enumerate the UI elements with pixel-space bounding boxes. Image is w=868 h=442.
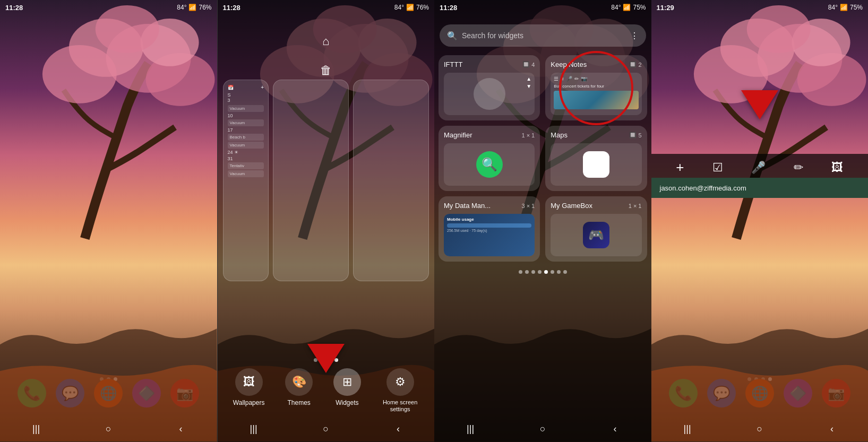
magnifier-size: 1 × 1 [521,132,535,138]
widgets-search-input[interactable] [462,31,626,40]
cal-day-3: 3 [228,98,264,103]
temp-4: 84° [828,4,838,11]
nav-home-4[interactable]: ○ [752,421,767,436]
calendar-widget: 📅 + S 3 Vacuum 10 Vacuum 17 Beach b Vacu… [224,80,269,181]
nav-back-4[interactable]: ‹ [824,421,839,436]
keep-note-image [554,91,638,109]
ifttt-preview: ▲ ▼ [444,73,535,115]
keep-count-num: 2 [638,62,641,68]
nav-recents-1[interactable]: ||| [29,421,44,436]
toolbar-check[interactable]: ☑ [712,161,723,175]
empty-card-1[interactable] [273,80,349,281]
cal-month-date: S [228,92,264,98]
menu-widgets[interactable]: ⊞ Widgets [333,368,361,406]
keep-notes-count: 🔲 2 [629,61,641,68]
nav-bar-3: ||| ○ ‹ [434,415,651,442]
dock-messages[interactable]: 💬 [56,379,84,408]
red-arrow-4 [741,90,778,119]
widget-magnifier[interactable]: Magnifier 1 × 1 🔍 [439,126,540,191]
menu-themes[interactable]: 🎨 Themes [285,368,313,406]
keep-icon-cam: 📷 [581,76,587,82]
toolbar-image[interactable]: 🖼 [831,161,843,175]
dock-slack[interactable]: 🔷 [132,379,161,408]
panel-home: 11:28 84° 📶 76% 📞 💬 🌐 🔷 📷 ||| ○ ‹ [0,0,218,442]
widgets-panel: 🔍 ⋮ IFTTT 🔲 4 ▲ ▼ [434,20,651,415]
gamebox-preview: 🎮 [551,214,641,256]
email-bar-4: jason.cohen@ziffmedia.com [651,178,869,198]
dock-camera[interactable]: 📷 [170,379,199,408]
svg-point-0 [106,24,191,93]
ifttt-count-num: 4 [531,62,535,68]
widget-gamebox[interactable]: My GameBox 1 × 1 🎮 [545,196,647,262]
toolbar-mic[interactable]: 🎤 [751,161,766,175]
maps-count-num: 5 [638,132,641,138]
dock-phone[interactable]: 📞 [18,379,46,408]
home-icon-top: ⌂ [322,34,329,48]
empty-card-2[interactable] [353,80,429,281]
svg-point-20 [797,53,866,106]
delete-icon-top: 🗑 [320,64,332,77]
cal-entries: Vacuum 10 Vacuum 17 Beach b Vacuum 24 ☀ … [228,105,264,177]
svg-point-4 [141,19,199,66]
dock-4-slack[interactable]: 🔷 [784,379,812,408]
nav-back-2[interactable]: ‹ [391,421,406,436]
menu-wallpapers[interactable]: 🖼 Wallpapers [233,368,265,406]
dock-chrome[interactable]: 🌐 [94,379,123,408]
maps-count-icon: 🔲 [629,132,637,138]
nav-recents-2[interactable]: ||| [246,421,261,436]
mydata-content: Mobile usage 256.5M used · 75 day(s) [444,214,535,256]
cal-day-10: 10 [228,113,264,118]
widget-maps[interactable]: Maps 🔲 5 🗺 [545,126,647,191]
gamebox-name: My GameBox [551,202,592,210]
panel-edit: 11:28 84° 📶 76% ⌂ 🗑 📅 + S 3 Vacuum 10 [218,0,435,442]
widget-ifttt[interactable]: IFTTT 🔲 4 ▲ ▼ [439,55,540,120]
nav-bar-2: ||| ○ ‹ [218,415,435,442]
widgets-search-bar[interactable]: 🔍 ⋮ [440,24,646,47]
mydata-preview: Mobile usage 256.5M used · 75 day(s) [444,214,535,256]
widget-mydata[interactable]: My Data Man... 3 × 1 Mobile usage 256.5M… [439,196,540,262]
nav-bar-1: ||| ○ ‹ [0,415,217,442]
cal-entry-17a: Beach b [228,134,264,141]
menu-home-settings[interactable]: ⚙ Home screen settings [382,368,419,413]
dock-4-phone[interactable]: 📞 [669,379,698,408]
battery-4: 75% [850,4,863,11]
nav-home-2[interactable]: ○ [319,421,333,436]
widget-keep-notes[interactable]: Keep Notes 🔲 2 ☰ ≡ 🎤 ✏ 📷 [545,55,647,120]
magnifier-preview: 🔍 [444,143,535,186]
cal-plus: + [261,84,264,90]
more-icon-3[interactable]: ⋮ [630,31,639,41]
temp-3: 84° [611,4,621,11]
toolbar-edit[interactable]: ✏ [794,161,803,175]
status-time-1: 11:28 [5,4,23,12]
svg-point-1 [69,19,143,77]
arrow-down-4 [741,90,778,119]
nav-back-1[interactable]: ‹ [173,421,188,436]
ifttt-header: IFTTT 🔲 4 [444,60,535,68]
dock-4-chrome[interactable]: 🌐 [745,379,774,408]
widgets-label: Widgets [336,399,358,406]
pdw-7 [557,270,561,274]
nav-home-3[interactable]: ○ [535,421,550,436]
status-bar-1: 11:28 84° 📶 76% [0,0,217,15]
cal-icon: 📅 [228,85,234,90]
status-time-4: 11:29 [657,4,674,12]
nav-back-3[interactable]: ‹ [607,421,622,436]
gamebox-header: My GameBox 1 × 1 [551,202,641,210]
keep-count-icon: 🔲 [629,61,637,68]
mydata-name: My Data Man... [444,202,491,210]
svg-point-22 [792,19,850,66]
cal-entry-31a: Tentativ [228,162,264,169]
panel-widgets: 11:28 84° 📶 75% 🔍 ⋮ IFTTT 🔲 4 [434,0,651,442]
dock-4-camera[interactable]: 📷 [822,379,850,408]
dock-4-messages[interactable]: 💬 [707,379,736,408]
nav-recents-3[interactable]: ||| [463,421,478,436]
status-time-2: 11:28 [223,4,240,12]
keep-icon-mic: 🎤 [566,76,572,82]
nav-recents-4[interactable]: ||| [680,421,695,436]
calendar-widget-card[interactable]: 📅 + S 3 Vacuum 10 Vacuum 17 Beach b Vacu… [223,80,269,281]
pdw-1 [519,270,522,274]
toolbar-add[interactable]: + [676,159,684,176]
nav-home-1[interactable]: ○ [101,421,116,436]
nav-bar-4: ||| ○ ‹ [651,415,869,442]
maps-preview: 🗺 [551,143,641,186]
